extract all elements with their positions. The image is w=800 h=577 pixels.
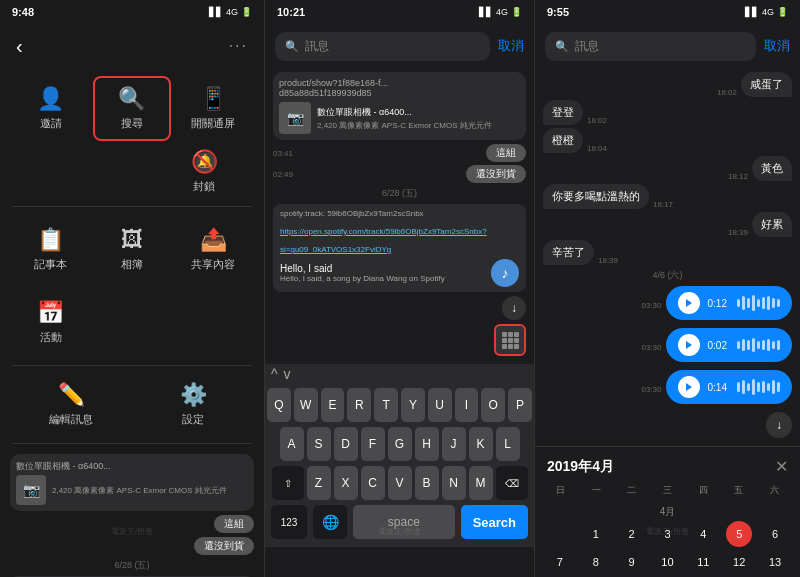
cal-empty-1 — [547, 521, 573, 547]
cal-day-5-today[interactable]: 5 — [726, 521, 752, 547]
cal-day-11[interactable]: 11 — [690, 549, 716, 575]
menu-item-callscreen[interactable]: 📱 開關通屏 — [175, 76, 252, 141]
cal-day-9[interactable]: 9 — [619, 549, 645, 575]
edit-label: 編輯訊息 — [49, 412, 93, 427]
menu-item-album[interactable]: 🖼 相簿 — [93, 219, 170, 280]
cal-day-13[interactable]: 13 — [762, 549, 788, 575]
kb-down-icon[interactable]: v — [284, 366, 291, 382]
play-button-3[interactable] — [678, 376, 700, 398]
key-G[interactable]: G — [388, 427, 412, 461]
bubble-黃色: 黃色 — [752, 156, 792, 181]
no-stock-btn-mid[interactable]: 還沒到貨 — [466, 165, 526, 183]
spotify-link-mid[interactable]: https://open.spotify.com/track/59lb6OBjb… — [280, 227, 487, 254]
cal-day-12[interactable]: 12 — [726, 549, 752, 575]
settings-icon: ⚙️ — [180, 382, 207, 408]
menu-item-share[interactable]: 📤 共享內容 — [175, 219, 252, 280]
cancel-button-middle[interactable]: 取消 — [498, 37, 524, 55]
key-F[interactable]: F — [361, 427, 385, 461]
play-icon-3 — [686, 383, 692, 391]
cancel-button-right[interactable]: 取消 — [764, 37, 790, 55]
key-S[interactable]: S — [307, 427, 331, 461]
key-X[interactable]: X — [334, 466, 358, 500]
search-label: 搜尋 — [121, 116, 143, 131]
product-url1: product/show?1f88e168-f... — [279, 78, 520, 88]
audio-bubble-1[interactable]: 0:12 — [666, 286, 792, 320]
search-input-container[interactable]: 🔍 訊息 — [275, 32, 490, 61]
scroll-down-btn-mid[interactable]: ↓ — [502, 296, 526, 320]
search-icon: 🔍 — [118, 86, 145, 112]
left-status-icons: ▋▋ 4G 🔋 — [209, 7, 252, 17]
key-P[interactable]: P — [508, 388, 532, 422]
msg-好累: 18:39 好累 — [543, 212, 792, 237]
cal-day-8[interactable]: 8 — [583, 549, 609, 575]
grid-icon-button[interactable] — [494, 324, 526, 356]
cal-day-thu: 四 — [685, 482, 721, 499]
cal-day-10[interactable]: 10 — [654, 549, 680, 575]
key-delete[interactable]: ⌫ — [496, 466, 528, 500]
scroll-down-btn-right[interactable]: ↓ — [766, 412, 792, 438]
menu-item-edit[interactable]: ✏️ 編輯訊息 — [12, 374, 130, 435]
key-T[interactable]: T — [374, 388, 398, 422]
right-messages-area: 18:02 咸蛋了 登登 18:02 橙橙 18:04 18:12 黃色 你要多… — [535, 68, 800, 446]
play-button-1[interactable] — [678, 292, 700, 314]
middle-panel: 10:21 ▋▋ 4G 🔋 🔍 訊息 取消 product/show?1f88e… — [265, 0, 535, 577]
key-D[interactable]: D — [334, 427, 358, 461]
back-button[interactable]: ‹ — [16, 35, 23, 58]
key-M[interactable]: M — [469, 466, 493, 500]
key-K[interactable]: K — [469, 427, 493, 461]
battery-icon-mid: 🔋 — [511, 7, 522, 17]
cal-day-6[interactable]: 6 — [762, 521, 788, 547]
group-btn-left[interactable]: 這組 — [214, 515, 254, 533]
search-input-right[interactable]: 訊息 — [575, 38, 599, 55]
watermark-left: 電派王/所進 — [111, 526, 153, 537]
key-I[interactable]: I — [455, 388, 479, 422]
menu-item-activity[interactable]: 📅 活動 — [12, 292, 89, 353]
cal-day-1[interactable]: 1 — [583, 521, 609, 547]
signal-icon-mid: ▋▋ — [479, 7, 493, 17]
key-N[interactable]: N — [442, 466, 466, 500]
network-type-mid: 4G — [496, 7, 508, 17]
key-Q[interactable]: Q — [267, 388, 291, 422]
key-W[interactable]: W — [294, 388, 318, 422]
calendar-close-btn[interactable]: ✕ — [775, 457, 788, 476]
messages-area-middle: product/show?1f88e168-f... d85a88d51f189… — [265, 68, 534, 364]
search-input-container-right[interactable]: 🔍 訊息 — [545, 32, 756, 61]
key-search[interactable]: Search — [461, 505, 528, 539]
key-123[interactable]: 123 — [271, 505, 307, 539]
middle-status-icons: ▋▋ 4G 🔋 — [479, 7, 522, 17]
group-btn-mid[interactable]: 這組 — [486, 144, 526, 162]
key-A[interactable]: A — [280, 427, 304, 461]
key-globe[interactable]: 🌐 — [313, 505, 347, 539]
key-U[interactable]: U — [428, 388, 452, 422]
key-O[interactable]: O — [481, 388, 505, 422]
key-J[interactable]: J — [442, 427, 466, 461]
key-L[interactable]: L — [496, 427, 520, 461]
audio-bubble-3[interactable]: 0:14 — [666, 370, 792, 404]
key-V[interactable]: V — [388, 466, 412, 500]
menu-item-block[interactable]: 🔕 封鎖 — [164, 141, 244, 202]
no-stock-btn-left[interactable]: 還沒到貨 — [194, 537, 254, 555]
menu-item-search[interactable]: 🔍 搜尋 — [93, 76, 170, 141]
cal-day-4[interactable]: 4 — [690, 521, 716, 547]
key-R[interactable]: R — [347, 388, 371, 422]
key-E[interactable]: E — [321, 388, 345, 422]
msg-橙橙: 橙橙 18:04 — [543, 128, 792, 153]
search-input-middle[interactable]: 訊息 — [305, 38, 329, 55]
bubble-橙橙: 橙橙 — [543, 128, 583, 153]
album-icon: 🖼 — [121, 227, 143, 253]
key-C[interactable]: C — [361, 466, 385, 500]
key-shift[interactable]: ⇧ — [272, 466, 304, 500]
kb-up-icon[interactable]: ^ — [271, 366, 278, 382]
key-H[interactable]: H — [415, 427, 439, 461]
key-Z[interactable]: Z — [307, 466, 331, 500]
audio-bubble-2[interactable]: 0:02 — [666, 328, 792, 362]
key-B[interactable]: B — [415, 466, 439, 500]
play-button-2[interactable] — [678, 334, 700, 356]
key-Y[interactable]: Y — [401, 388, 425, 422]
menu-item-invite[interactable]: 👤 邀請 — [12, 76, 89, 141]
cal-day-2[interactable]: 2 — [619, 521, 645, 547]
menu-item-notes[interactable]: 📋 記事本 — [12, 219, 89, 280]
menu-item-settings[interactable]: ⚙️ 設定 — [134, 374, 252, 435]
cal-day-7[interactable]: 7 — [547, 549, 573, 575]
more-options-button[interactable]: ··· — [229, 37, 248, 55]
